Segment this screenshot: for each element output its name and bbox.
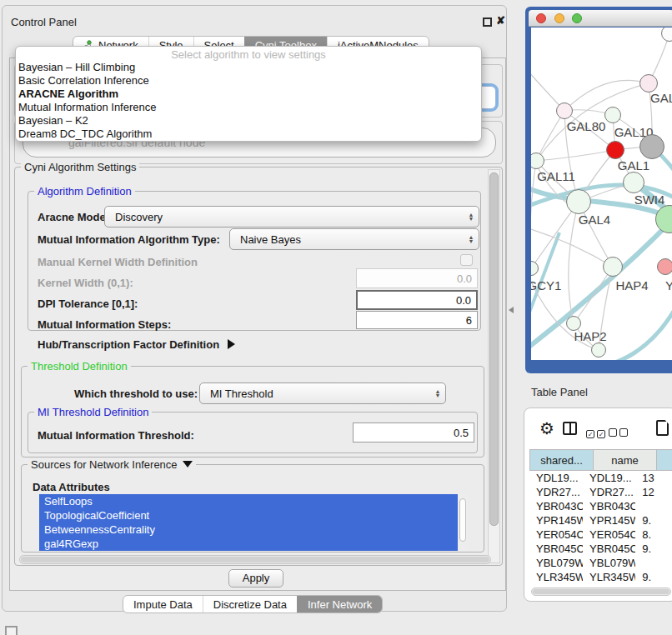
settings-vscrollbar-thumb[interactable]: [489, 172, 499, 526]
network-node-gal80[interactable]: [556, 102, 573, 119]
list-item-betweennesscentrality[interactable]: BetweennessCentrality: [39, 522, 458, 537]
table-cell: YLR345W: [583, 570, 635, 584]
tab-impute-data[interactable]: Impute Data: [123, 596, 203, 612]
node-label-swi4: SWI4: [634, 192, 665, 207]
zoom-window-icon[interactable]: [572, 13, 582, 23]
column-header-a[interactable]: A: [657, 449, 672, 471]
network-node-swi4[interactable]: [623, 172, 644, 193]
mi-threshold-input[interactable]: [353, 422, 474, 442]
settings-vscrollbar[interactable]: [488, 169, 500, 563]
splitter-handle-icon[interactable]: [509, 307, 514, 313]
table-row[interactable]: YPR145WYPR145W9.: [529, 513, 672, 528]
tab-discretize-data[interactable]: Discretize Data: [203, 596, 297, 612]
close-window-icon[interactable]: [536, 13, 546, 23]
table-hscrollbar[interactable]: [531, 588, 671, 596]
menu-item-mutual-information-inference[interactable]: Mutual Information Inference: [16, 101, 481, 114]
table-panel-title: Table Panel: [531, 386, 588, 398]
table-cell: 9.: [635, 542, 672, 556]
sources-group-toggle[interactable]: Sources for Network Inference: [28, 458, 196, 471]
table-row[interactable]: YDL19...YDL19...13: [529, 471, 672, 485]
settings-hscrollbar[interactable]: [19, 555, 491, 564]
network-node[interactable]: [591, 342, 606, 358]
network-edge: [531, 161, 536, 268]
table-cell: 8.: [635, 528, 672, 542]
network-edge: [536, 150, 615, 161]
settings-hscrollbar-thumb[interactable]: [21, 557, 489, 562]
menu-item-bayesian-k2[interactable]: Bayesian – K2: [16, 114, 481, 128]
gear-icon[interactable]: ⚙: [539, 420, 554, 437]
mi-type-label: Mutual Information Algorithm Type:: [38, 233, 220, 246]
minimize-window-icon[interactable]: [554, 13, 564, 23]
menu-item-bayesian-hill-climbing[interactable]: Bayesian – Hill Climbing: [16, 61, 481, 74]
dropdown-placeholder: Select algorithm to view settings: [16, 48, 481, 61]
attribute-list-vscrollbar[interactable]: [458, 494, 468, 551]
network-node[interactable]: [639, 134, 664, 159]
which-threshold-combo[interactable]: MI Threshold ▲▼: [199, 382, 446, 404]
bottom-tab-bar: Impute DataDiscretize DataInfer Network: [123, 595, 383, 613]
mi-steps-input[interactable]: [356, 311, 478, 329]
table-row[interactable]: YBR045CYBR045C9.: [529, 542, 672, 556]
table-cell: YPR145W: [583, 513, 635, 528]
aracne-mode-combo[interactable]: Discovery ▲▼: [104, 206, 479, 228]
table-row[interactable]: YLR345WYLR345W9.: [529, 570, 672, 584]
column-header-shared[interactable]: shared...: [529, 449, 594, 471]
which-threshold-label: Which threshold to use:: [74, 388, 198, 400]
algorithm-menu: Bayesian – Hill ClimbingBasic Correlatio…: [16, 61, 481, 141]
network-node-y[interactable]: [657, 258, 672, 275]
file-icon[interactable]: [656, 420, 669, 436]
network-node-gal4[interactable]: [566, 189, 591, 214]
mi-type-value: Naive Bayes: [230, 233, 464, 246]
node-label-gcy1: GCY1: [531, 278, 561, 292]
table-row[interactable]: YIL053CYIL053C9.: [529, 584, 672, 586]
network-canvas[interactable]: GALGAL80GAL10GAL1GAL11SWI4GAL4GCY1HAP4YH…: [531, 28, 672, 360]
list-item-gal4rgexp[interactable]: gal4RGexp: [39, 537, 458, 551]
manual-kernel-checkbox: [460, 254, 473, 266]
table-cell: YDR27...: [583, 485, 635, 499]
table-hscrollbar-thumb[interactable]: [533, 589, 669, 594]
table-cell: YBR043C: [529, 499, 583, 513]
split-panel-icon[interactable]: [563, 422, 577, 435]
manual-kernel-label: Manual Kernel Width Definition: [38, 256, 198, 268]
close-panel-icon[interactable]: ✘: [496, 14, 505, 27]
float-panel-icon[interactable]: [483, 18, 492, 27]
table-cell: YPR145W: [529, 513, 583, 528]
table-row[interactable]: YER054CYER054C8.: [529, 528, 672, 542]
tab-discretize-data-label: Discretize Data: [213, 598, 287, 611]
table-cell: 9.: [635, 570, 672, 584]
column-header-name[interactable]: name: [594, 449, 657, 471]
sources-group-title: Sources for Network Inference: [31, 458, 178, 471]
list-item-topologicalcoefficient[interactable]: TopologicalCoefficient: [39, 508, 458, 522]
apply-button[interactable]: Apply: [228, 569, 283, 588]
algorithm-dropdown-list: Select algorithm to view settings Bayesi…: [15, 46, 482, 142]
network-window-titlebar[interactable]: [529, 10, 672, 27]
mi-threshold-label: Mutual Information Threshold:: [38, 429, 194, 442]
spinner-arrows-icon: ▲▼: [464, 212, 479, 221]
table-cell: [635, 556, 672, 570]
tab-infer-network[interactable]: Infer Network: [297, 596, 382, 612]
hub-definition-label: Hub/Transcription Factor Definition: [38, 338, 219, 351]
table-row[interactable]: YDR27...YDR27...12: [529, 485, 672, 499]
restore-panel-icon[interactable]: [5, 626, 18, 635]
aracne-mode-label: Aracne Mode:: [38, 211, 109, 223]
menu-item-basic-correlation-inference[interactable]: Basic Correlation Inference: [16, 74, 481, 88]
table-row[interactable]: YBL079WYBL079W: [529, 556, 672, 570]
node-label-gal1: GAL1: [618, 158, 649, 172]
menu-item-dream8-dc-tdc-algorithm[interactable]: Dream8 DC_TDC Algorithm: [16, 128, 481, 141]
table-cell: YIL053C: [529, 584, 583, 586]
table-cell: [635, 499, 672, 513]
network-node-gal10[interactable]: [604, 107, 621, 123]
hub-definition-toggle[interactable]: Hub/Transcription Factor Definition: [38, 338, 235, 351]
list-item-selfloops[interactable]: SelfLoops: [39, 494, 458, 508]
table-body: YDL19...YDL19...13YDR27...YDR27...12YBR0…: [529, 471, 672, 586]
expand-right-icon: [228, 339, 235, 349]
attribute-list-vscrollbar-thumb[interactable]: [459, 498, 466, 542]
mi-type-combo[interactable]: Naive Bayes ▲▼: [229, 228, 479, 250]
select-all-checkboxes-icon[interactable]: ✓✓: [586, 425, 608, 440]
table-row[interactable]: YBR043CYBR043C: [529, 499, 672, 513]
mi-threshold-group-title: MI Threshold Definition: [34, 406, 152, 418]
menu-item-aracne-algorithm[interactable]: ARACNE Algorithm: [16, 88, 481, 101]
dpi-tolerance-input[interactable]: [356, 290, 478, 310]
clear-all-checkboxes-icon[interactable]: [609, 425, 630, 440]
network-node-hap4[interactable]: [603, 257, 623, 277]
network-node-gal1[interactable]: [606, 141, 624, 159]
